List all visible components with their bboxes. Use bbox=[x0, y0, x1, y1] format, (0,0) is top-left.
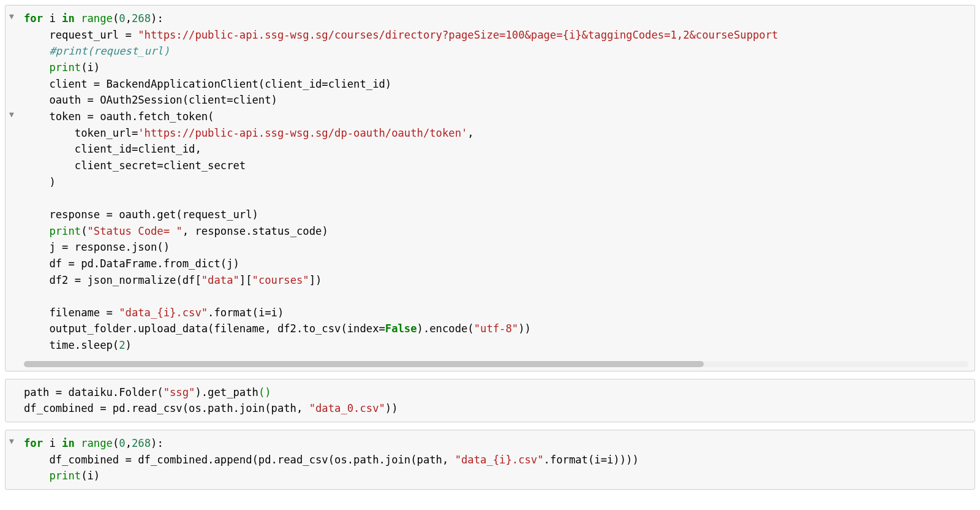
code-editor[interactable]: for i in range(0,268): df_combined = df_… bbox=[6, 430, 974, 489]
horizontal-scrollbar[interactable] bbox=[24, 361, 968, 367]
code-cell[interactable]: ▼▼for i in range(0,268): request_url = "… bbox=[5, 5, 975, 371]
code-cell[interactable]: path = dataiku.Folder("ssg").get_path() … bbox=[5, 379, 975, 422]
code-cell[interactable]: ▼for i in range(0,268): df_combined = df… bbox=[5, 430, 975, 490]
scroll-thumb[interactable] bbox=[24, 361, 704, 367]
code-editor[interactable]: for i in range(0,268): request_url = "ht… bbox=[6, 6, 974, 359]
code-editor[interactable]: path = dataiku.Folder("ssg").get_path() … bbox=[6, 379, 974, 422]
